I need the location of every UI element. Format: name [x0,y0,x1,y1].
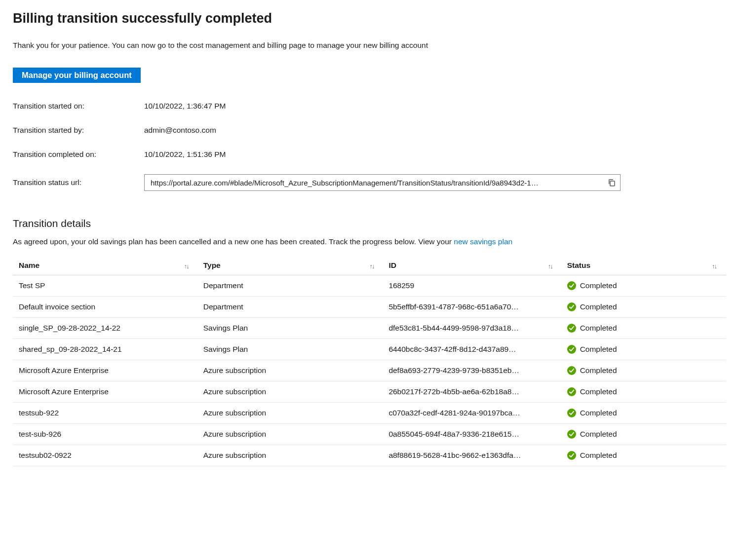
table-row: testsub02-0922Azure subscriptiona8f88619… [13,445,726,466]
transition-completed-on-value: 10/10/2022, 1:51:36 PM [144,150,726,159]
status-text: Completed [580,387,617,396]
svg-point-6 [567,387,576,396]
cell-status: Completed [562,445,726,466]
cell-type: Azure subscription [198,381,384,403]
sort-icon[interactable]: ↑↓ [369,262,374,270]
status-text: Completed [580,324,617,333]
check-circle-icon [567,430,576,439]
status-text: Completed [580,409,617,417]
cell-type: Department [198,297,384,318]
status-text: Completed [580,430,617,439]
manage-billing-button[interactable]: Manage your billing account [13,68,141,83]
cell-type: Azure subscription [198,360,384,381]
cell-name: test-sub-926 [13,424,198,445]
svg-rect-0 [610,181,615,186]
column-header-status[interactable]: Status ↑↓ [562,257,726,275]
cell-id: 0a855045-694f-48a7-9336-218e615… [384,424,562,445]
check-circle-icon [567,387,576,396]
svg-point-8 [567,430,576,439]
svg-point-1 [567,281,576,290]
table-row: Microsoft Azure EnterpriseAzure subscrip… [13,360,726,381]
column-header-type[interactable]: Type ↑↓ [198,257,384,275]
cell-status: Completed [562,360,726,381]
cell-name: Test SP [13,275,198,297]
cell-status: Completed [562,381,726,403]
cell-name: Default invoice section [13,297,198,318]
svg-point-3 [567,324,576,333]
cell-name: single_SP_09-28-2022_14-22 [13,318,198,339]
details-desc-text: As agreed upon, your old savings plan ha… [13,237,454,246]
svg-point-9 [567,451,576,460]
transition-status-url-value: https://portal.azure.com/#blade/Microsof… [151,179,600,187]
cell-type: Savings Plan [198,339,384,360]
cell-name: testsub-922 [13,403,198,424]
cell-id: a8f88619-5628-41bc-9662-e1363dfa… [384,445,562,466]
transition-started-by-label: Transition started by: [13,126,144,135]
transition-completed-on-label: Transition completed on: [13,150,144,159]
cell-status: Completed [562,297,726,318]
status-text: Completed [580,281,617,290]
column-header-type-label: Type [203,261,221,269]
cell-id: 26b0217f-272b-4b5b-ae6a-62b18a8… [384,381,562,403]
cell-type: Savings Plan [198,318,384,339]
table-row: single_SP_09-28-2022_14-22Savings Plandf… [13,318,726,339]
transition-details-heading: Transition details [13,218,726,229]
column-header-id[interactable]: ID ↑↓ [384,257,562,275]
sort-icon[interactable]: ↑↓ [548,262,552,270]
check-circle-icon [567,302,576,311]
cell-status: Completed [562,275,726,297]
copy-icon[interactable] [607,178,616,187]
column-header-id-label: ID [389,261,396,269]
check-circle-icon [567,366,576,375]
status-text: Completed [580,366,617,375]
cell-type: Azure subscription [198,445,384,466]
cell-status: Completed [562,339,726,360]
check-circle-icon [567,324,576,333]
new-savings-plan-link[interactable]: new savings plan [454,237,512,246]
status-text: Completed [580,345,617,354]
cell-id: 168259 [384,275,562,297]
svg-point-2 [567,302,576,311]
table-row: test-sub-926Azure subscription0a855045-6… [13,424,726,445]
table-row: testsub-922Azure subscriptionc070a32f-ce… [13,403,726,424]
cell-type: Azure subscription [198,403,384,424]
column-header-status-label: Status [567,261,590,269]
cell-name: testsub02-0922 [13,445,198,466]
table-row: shared_sp_09-28-2022_14-21Savings Plan64… [13,339,726,360]
svg-point-7 [567,409,576,417]
status-text: Completed [580,451,617,460]
svg-point-5 [567,366,576,375]
intro-text: Thank you for your patience. You can now… [13,41,726,50]
cell-id: dfe53c81-5b44-4499-9598-97d3a18… [384,318,562,339]
cell-status: Completed [562,403,726,424]
check-circle-icon [567,345,576,354]
transition-table: Name ↑↓ Type ↑↓ ID ↑↓ Status ↑↓ Test SPD… [13,257,726,466]
table-row: Default invoice sectionDepartment5b5effb… [13,297,726,318]
page-title: Billing transition successfully complete… [13,11,726,26]
column-header-name-label: Name [19,261,39,269]
transition-started-by-value: admin@contoso.com [144,126,726,135]
check-circle-icon [567,451,576,460]
transition-started-on-value: 10/10/2022, 1:36:47 PM [144,102,726,111]
cell-name: Microsoft Azure Enterprise [13,381,198,403]
check-circle-icon [567,281,576,290]
column-header-name[interactable]: Name ↑↓ [13,257,198,275]
cell-type: Department [198,275,384,297]
transition-status-url-label: Transition status url: [13,178,144,187]
check-circle-icon [567,409,576,417]
transition-status-url-field[interactable]: https://portal.azure.com/#blade/Microsof… [144,174,621,191]
sort-icon[interactable]: ↑↓ [712,262,716,270]
transition-details-desc: As agreed upon, your old savings plan ha… [13,237,726,246]
cell-id: 6440bc8c-3437-42ff-8d12-d437a89… [384,339,562,360]
cell-type: Azure subscription [198,424,384,445]
cell-id: def8a693-2779-4239-9739-b8351eb… [384,360,562,381]
table-row: Test SPDepartment168259Completed [13,275,726,297]
cell-status: Completed [562,318,726,339]
sort-icon[interactable]: ↑↓ [184,262,189,270]
cell-status: Completed [562,424,726,445]
cell-id: 5b5effbf-6391-4787-968c-651a6a70… [384,297,562,318]
status-text: Completed [580,302,617,311]
transition-started-on-label: Transition started on: [13,102,144,111]
svg-point-4 [567,345,576,354]
cell-name: shared_sp_09-28-2022_14-21 [13,339,198,360]
